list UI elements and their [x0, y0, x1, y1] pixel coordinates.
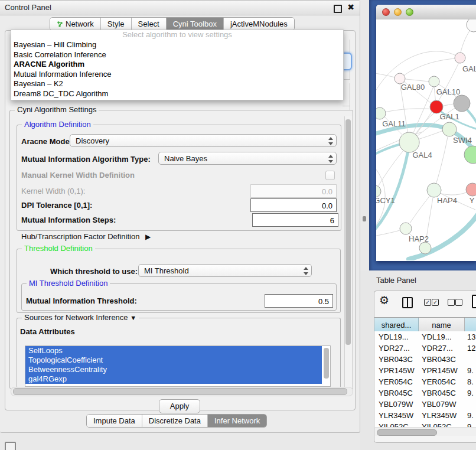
table-cell: YER054C [374, 377, 419, 386]
checked-checkbox-icon[interactable]: ✓ [424, 299, 431, 306]
network-canvas[interactable]: GALGAL80GAL10GAL1GAL11SWI4GAL4GCY1HAP4YH… [376, 19, 476, 260]
table-horizontal-scrollbar[interactable] [375, 428, 476, 436]
tab-label: Impute Data [93, 416, 135, 425]
algorithm-option[interactable]: Mutual Information Inference [11, 70, 343, 80]
mi-type-select[interactable]: Naive Bayes [158, 152, 337, 165]
clipped-corner-icon[interactable] [5, 442, 16, 450]
network-node[interactable] [455, 53, 465, 63]
network-window-titlebar[interactable] [376, 5, 476, 20]
split-divider-handle[interactable] [363, 216, 366, 221]
table-rows[interactable]: YDL19...YDL19...13YDR27...YDR27...12YBR0… [374, 331, 476, 427]
network-node[interactable] [464, 146, 476, 164]
settings-vertical-scrollbar-thumb[interactable] [345, 119, 351, 345]
settings-horizontal-scrollbar-thumb[interactable] [13, 388, 347, 395]
attribute-list-item[interactable]: SelfLoops [25, 346, 322, 356]
mi-type-label: Mutual Information Algorithm Type: [21, 155, 151, 164]
table-cell: YDL19... [374, 332, 419, 341]
manual-kernel-checkbox[interactable] [325, 171, 335, 180]
unchecked-checkbox-icon[interactable] [455, 299, 462, 306]
column-header-name[interactable]: name [419, 318, 465, 332]
algorithm-definition-legend: Algorithm Definition [22, 120, 93, 129]
hub-definition-toggle[interactable]: Hub/Transcription Factor Definition ▶ [21, 232, 151, 241]
tab-infer-network[interactable]: Infer Network [207, 415, 266, 427]
unchecked-checkbox-icon[interactable] [448, 299, 455, 306]
column-header-shared-name[interactable]: shared... [374, 318, 419, 332]
tab-impute-data[interactable]: Impute Data [87, 415, 142, 427]
algorithm-option[interactable]: Basic Correlation Inference [11, 50, 343, 60]
kernel-width-label: Kernel Width (0,1): [21, 187, 85, 195]
tab-jactivemnodules[interactable]: jActiveMNodules [223, 18, 294, 30]
network-node[interactable] [430, 100, 443, 113]
mi-type-value: Naive Bayes [164, 154, 207, 163]
table-row[interactable]: YIL052CYIL052C9. [374, 421, 476, 427]
tab-discretize-data[interactable]: Discretize Data [142, 415, 207, 427]
tab-network[interactable]: Network [50, 18, 100, 30]
attribute-list-item[interactable]: gal4RGexp [25, 374, 322, 384]
network-node[interactable] [429, 76, 439, 87]
network-node[interactable] [467, 19, 476, 32]
mi-threshold-label: Mutual Information Threshold: [26, 296, 137, 305]
gear-icon[interactable]: ⚙ [379, 294, 389, 307]
table-horizontal-scrollbar-thumb[interactable] [377, 429, 437, 436]
control-panel-tabbar: Network Style Select Cyni Toolbox jActiv… [50, 17, 295, 31]
list-scrollbar-thumb[interactable] [324, 348, 329, 379]
tab-cyni-toolbox[interactable]: Cyni Toolbox [166, 18, 223, 30]
data-attributes-list[interactable]: SelfLoopsTopologicalCoefficientBetweenne… [25, 345, 331, 387]
sources-legend[interactable]: Sources for Network Inference ▼ [22, 313, 139, 322]
network-node[interactable] [427, 183, 441, 197]
algorithm-option[interactable]: Bayesian – K2 [11, 79, 343, 89]
minimize-traffic-light-icon[interactable] [394, 8, 402, 16]
network-node-label: GAL80 [401, 83, 425, 92]
algorithm-option[interactable]: ARACNE Algorithm [11, 60, 343, 70]
aracne-mode-select[interactable]: Discovery [70, 134, 337, 147]
columns-icon[interactable] [402, 297, 413, 308]
network-node-label: GAL [462, 64, 476, 73]
table-row[interactable]: YER054CYER054C8. [374, 376, 476, 387]
network-node[interactable] [376, 185, 381, 197]
network-node[interactable] [376, 107, 386, 119]
table-cell: 8. [465, 377, 476, 386]
table-row[interactable]: YDR27...YDR27...12 [374, 343, 476, 354]
network-node[interactable] [442, 122, 457, 136]
dpi-tolerance-field[interactable] [250, 198, 337, 212]
close-traffic-light-icon[interactable] [382, 8, 390, 16]
mi-steps-field[interactable] [252, 213, 338, 227]
table-row[interactable]: YLR345WYLR345W9. [374, 410, 476, 421]
table-cell: YIL052C [374, 422, 419, 427]
network-node[interactable] [400, 223, 412, 234]
tab-label: Discretize Data [149, 416, 201, 425]
network-node[interactable] [419, 242, 431, 254]
table-row[interactable]: YBR045CYBR045C9. [374, 387, 476, 399]
aracne-mode-label: Aracne Mode: [21, 137, 72, 146]
zoom-traffic-light-icon[interactable] [406, 8, 413, 16]
algorithm-option[interactable]: Dream8 DC_TDC Algorithm [11, 89, 343, 99]
tab-style[interactable]: Style [100, 18, 131, 30]
checked-checkbox-icon[interactable]: ✓ [432, 299, 439, 306]
table-cell: 12 [465, 344, 476, 353]
algorithm-option[interactable]: Bayesian – Hill Climbing [11, 40, 343, 50]
which-threshold-select[interactable]: MI Threshold [138, 264, 312, 277]
table-row[interactable]: YBR043CYBR043C [374, 354, 476, 365]
close-icon[interactable]: ✖ [347, 2, 354, 12]
table-row[interactable]: YDL19...YDL19...13 [374, 331, 476, 343]
column-header-clipped[interactable] [465, 318, 476, 332]
chevron-right-icon: ▶ [145, 233, 151, 241]
table-row[interactable]: YPR145WYPR145W9. [374, 365, 476, 376]
network-node-label: GAL1 [439, 112, 459, 121]
float-window-icon[interactable] [334, 5, 342, 13]
attribute-list-item[interactable]: TopologicalCoefficient [25, 356, 322, 365]
network-node[interactable] [466, 183, 476, 196]
table-mode-icon[interactable] [472, 295, 476, 308]
apply-button[interactable]: Apply [159, 399, 200, 413]
table-cell: YPR145W [419, 366, 465, 375]
network-node[interactable] [399, 132, 419, 152]
network-node[interactable] [454, 95, 470, 112]
table-cell: YLR345W [374, 411, 419, 420]
table-cell: 9. [465, 422, 476, 427]
mi-threshold-field[interactable] [265, 294, 333, 308]
network-node-label: GAL4 [412, 151, 432, 159]
tab-label: Infer Network [214, 416, 260, 425]
attribute-list-item[interactable]: BetweennessCentrality [25, 365, 322, 374]
table-row[interactable]: YBL079WYBL079W [374, 399, 476, 410]
tab-select[interactable]: Select [131, 18, 166, 30]
